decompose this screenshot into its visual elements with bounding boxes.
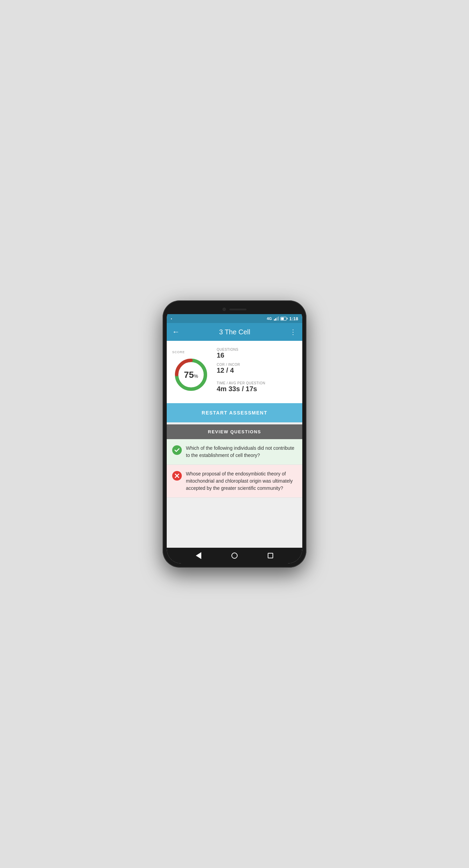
score-label: SCORE xyxy=(172,350,185,354)
stats-area: QUESTIONS 16 COR / INCOR 12 / 4 TIME / A… xyxy=(217,348,297,396)
nav-back-button[interactable] xyxy=(195,552,202,559)
speaker xyxy=(229,309,246,310)
question-text-1: Which of the following individuals did n… xyxy=(186,445,297,459)
more-menu-button[interactable]: ⋮ xyxy=(290,328,297,336)
question-item-1[interactable]: Which of the following individuals did n… xyxy=(167,439,302,465)
battery-icon xyxy=(280,317,287,321)
signal-icon xyxy=(274,317,279,321)
cor-incor-value: 12 / 4 xyxy=(217,367,240,374)
review-questions-header: REVIEW QUESTIONS xyxy=(167,424,302,439)
phone-device: ▪ 4G 1:18 ← 3 The Cell ⋮ xyxy=(163,300,306,568)
nav-recents-button[interactable] xyxy=(267,552,274,559)
cor-incor-label: COR / INCOR xyxy=(217,363,240,367)
screen: ▪ 4G 1:18 ← 3 The Cell ⋮ xyxy=(167,314,302,563)
signal-label: 4G xyxy=(267,317,272,321)
nav-home-button[interactable] xyxy=(231,552,238,559)
time-stat: TIME / AVG PER QUESTION 4m 33s / 17s xyxy=(217,381,297,393)
incorrect-icon-2 xyxy=(172,471,182,481)
cor-incor-stat: COR / INCOR 12 / 4 xyxy=(217,363,240,374)
questions-label: QUESTIONS xyxy=(217,348,297,351)
question-text-2: Whose proposal of the endosymbiotic theo… xyxy=(186,470,297,492)
camera xyxy=(223,308,226,311)
donut-chart: 75% xyxy=(172,356,210,394)
questions-stat: QUESTIONS 16 xyxy=(217,348,297,359)
phone-top-bar xyxy=(167,305,302,314)
app-title: 3 The Cell xyxy=(184,328,286,336)
restart-assessment-button[interactable]: RESTART ASSESSMENT xyxy=(167,403,302,422)
correct-icon-1 xyxy=(172,445,182,455)
score-card: SCORE 75% xyxy=(167,341,302,403)
back-button[interactable]: ← xyxy=(172,327,180,336)
content-area: SCORE 75% xyxy=(167,341,302,548)
status-time: 1:18 xyxy=(289,316,298,321)
time-value: 4m 33s / 17s xyxy=(217,385,297,393)
bottom-nav xyxy=(167,548,302,563)
questions-value: 16 xyxy=(217,351,297,359)
sim-icon: ▪ xyxy=(171,317,172,321)
question-item-2[interactable]: Whose proposal of the endosymbiotic theo… xyxy=(167,465,302,498)
time-label: TIME / AVG PER QUESTION xyxy=(217,381,297,385)
status-bar: ▪ 4G 1:18 xyxy=(167,314,302,323)
score-value: 75% xyxy=(184,370,198,380)
app-bar: ← 3 The Cell ⋮ xyxy=(167,323,302,341)
